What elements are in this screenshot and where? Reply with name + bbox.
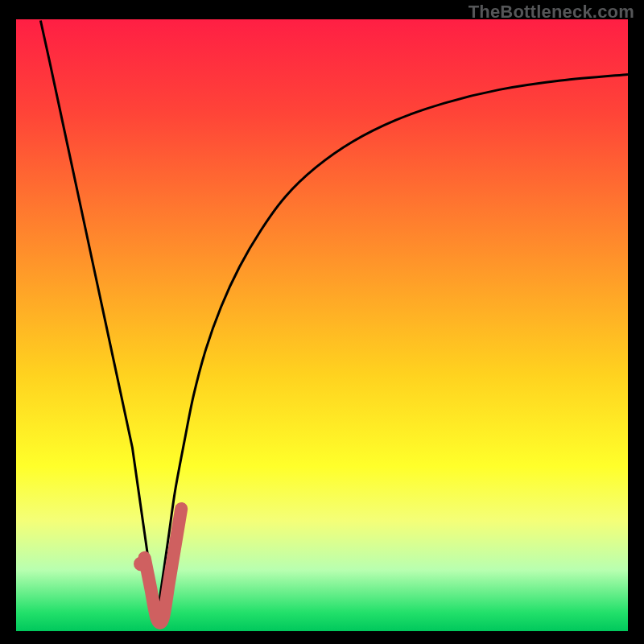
hook-dot bbox=[134, 556, 148, 571]
bottleneck-chart bbox=[16, 19, 628, 631]
gradient-background bbox=[16, 19, 628, 631]
chart-frame: TheBottleneck.com bbox=[0, 0, 644, 644]
